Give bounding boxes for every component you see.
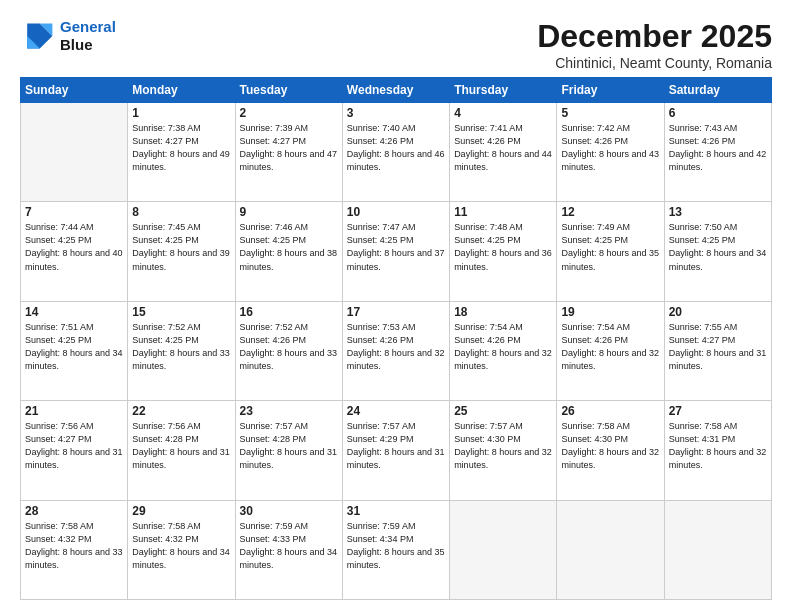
- day-number: 29: [132, 504, 230, 518]
- day-number: 13: [669, 205, 767, 219]
- header-row: SundayMondayTuesdayWednesdayThursdayFrid…: [21, 78, 772, 103]
- day-cell: [557, 500, 664, 599]
- header-cell-monday: Monday: [128, 78, 235, 103]
- subtitle: Chintinici, Neamt County, Romania: [537, 55, 772, 71]
- day-number: 21: [25, 404, 123, 418]
- day-info: Sunrise: 7:44 AM Sunset: 4:25 PM Dayligh…: [25, 221, 123, 273]
- day-number: 16: [240, 305, 338, 319]
- day-info: Sunrise: 7:57 AM Sunset: 4:30 PM Dayligh…: [454, 420, 552, 472]
- day-number: 6: [669, 106, 767, 120]
- day-cell: 11Sunrise: 7:48 AM Sunset: 4:25 PM Dayli…: [450, 202, 557, 301]
- week-row-3: 14Sunrise: 7:51 AM Sunset: 4:25 PM Dayli…: [21, 301, 772, 400]
- logo-line2: Blue: [60, 36, 116, 54]
- day-info: Sunrise: 7:42 AM Sunset: 4:26 PM Dayligh…: [561, 122, 659, 174]
- day-number: 4: [454, 106, 552, 120]
- day-number: 17: [347, 305, 445, 319]
- day-cell: 15Sunrise: 7:52 AM Sunset: 4:25 PM Dayli…: [128, 301, 235, 400]
- logo-line1: General: [60, 18, 116, 35]
- day-info: Sunrise: 7:54 AM Sunset: 4:26 PM Dayligh…: [454, 321, 552, 373]
- day-number: 26: [561, 404, 659, 418]
- day-cell: 27Sunrise: 7:58 AM Sunset: 4:31 PM Dayli…: [664, 401, 771, 500]
- day-number: 20: [669, 305, 767, 319]
- day-cell: 20Sunrise: 7:55 AM Sunset: 4:27 PM Dayli…: [664, 301, 771, 400]
- day-number: 14: [25, 305, 123, 319]
- day-number: 2: [240, 106, 338, 120]
- day-number: 19: [561, 305, 659, 319]
- day-info: Sunrise: 7:54 AM Sunset: 4:26 PM Dayligh…: [561, 321, 659, 373]
- day-number: 22: [132, 404, 230, 418]
- day-info: Sunrise: 7:53 AM Sunset: 4:26 PM Dayligh…: [347, 321, 445, 373]
- day-info: Sunrise: 7:52 AM Sunset: 4:26 PM Dayligh…: [240, 321, 338, 373]
- day-cell: 26Sunrise: 7:58 AM Sunset: 4:30 PM Dayli…: [557, 401, 664, 500]
- day-cell: 7Sunrise: 7:44 AM Sunset: 4:25 PM Daylig…: [21, 202, 128, 301]
- day-cell: 16Sunrise: 7:52 AM Sunset: 4:26 PM Dayli…: [235, 301, 342, 400]
- day-cell: 14Sunrise: 7:51 AM Sunset: 4:25 PM Dayli…: [21, 301, 128, 400]
- day-cell: 22Sunrise: 7:56 AM Sunset: 4:28 PM Dayli…: [128, 401, 235, 500]
- header-cell-sunday: Sunday: [21, 78, 128, 103]
- calendar-header: SundayMondayTuesdayWednesdayThursdayFrid…: [21, 78, 772, 103]
- day-info: Sunrise: 7:52 AM Sunset: 4:25 PM Dayligh…: [132, 321, 230, 373]
- header: General Blue December 2025 Chintinici, N…: [20, 18, 772, 71]
- day-cell: 30Sunrise: 7:59 AM Sunset: 4:33 PM Dayli…: [235, 500, 342, 599]
- day-cell: 4Sunrise: 7:41 AM Sunset: 4:26 PM Daylig…: [450, 103, 557, 202]
- day-cell: [450, 500, 557, 599]
- week-row-1: 1Sunrise: 7:38 AM Sunset: 4:27 PM Daylig…: [21, 103, 772, 202]
- calendar-body: 1Sunrise: 7:38 AM Sunset: 4:27 PM Daylig…: [21, 103, 772, 600]
- day-number: 9: [240, 205, 338, 219]
- day-info: Sunrise: 7:39 AM Sunset: 4:27 PM Dayligh…: [240, 122, 338, 174]
- day-cell: 1Sunrise: 7:38 AM Sunset: 4:27 PM Daylig…: [128, 103, 235, 202]
- calendar-table: SundayMondayTuesdayWednesdayThursdayFrid…: [20, 77, 772, 600]
- logo: General Blue: [20, 18, 116, 54]
- day-number: 7: [25, 205, 123, 219]
- day-number: 28: [25, 504, 123, 518]
- day-cell: 8Sunrise: 7:45 AM Sunset: 4:25 PM Daylig…: [128, 202, 235, 301]
- day-info: Sunrise: 7:40 AM Sunset: 4:26 PM Dayligh…: [347, 122, 445, 174]
- main-title: December 2025: [537, 18, 772, 55]
- day-number: 18: [454, 305, 552, 319]
- day-info: Sunrise: 7:49 AM Sunset: 4:25 PM Dayligh…: [561, 221, 659, 273]
- day-number: 31: [347, 504, 445, 518]
- day-info: Sunrise: 7:56 AM Sunset: 4:27 PM Dayligh…: [25, 420, 123, 472]
- day-info: Sunrise: 7:48 AM Sunset: 4:25 PM Dayligh…: [454, 221, 552, 273]
- day-info: Sunrise: 7:58 AM Sunset: 4:32 PM Dayligh…: [25, 520, 123, 572]
- day-info: Sunrise: 7:57 AM Sunset: 4:28 PM Dayligh…: [240, 420, 338, 472]
- day-cell: [21, 103, 128, 202]
- day-cell: [664, 500, 771, 599]
- day-cell: 29Sunrise: 7:58 AM Sunset: 4:32 PM Dayli…: [128, 500, 235, 599]
- day-number: 5: [561, 106, 659, 120]
- day-number: 12: [561, 205, 659, 219]
- day-info: Sunrise: 7:46 AM Sunset: 4:25 PM Dayligh…: [240, 221, 338, 273]
- day-cell: 9Sunrise: 7:46 AM Sunset: 4:25 PM Daylig…: [235, 202, 342, 301]
- page: General Blue December 2025 Chintinici, N…: [0, 0, 792, 612]
- day-cell: 12Sunrise: 7:49 AM Sunset: 4:25 PM Dayli…: [557, 202, 664, 301]
- day-cell: 28Sunrise: 7:58 AM Sunset: 4:32 PM Dayli…: [21, 500, 128, 599]
- day-info: Sunrise: 7:58 AM Sunset: 4:31 PM Dayligh…: [669, 420, 767, 472]
- day-info: Sunrise: 7:55 AM Sunset: 4:27 PM Dayligh…: [669, 321, 767, 373]
- day-number: 30: [240, 504, 338, 518]
- day-number: 25: [454, 404, 552, 418]
- day-cell: 2Sunrise: 7:39 AM Sunset: 4:27 PM Daylig…: [235, 103, 342, 202]
- logo-text: General Blue: [60, 18, 116, 54]
- day-cell: 24Sunrise: 7:57 AM Sunset: 4:29 PM Dayli…: [342, 401, 449, 500]
- day-info: Sunrise: 7:45 AM Sunset: 4:25 PM Dayligh…: [132, 221, 230, 273]
- day-number: 3: [347, 106, 445, 120]
- day-cell: 21Sunrise: 7:56 AM Sunset: 4:27 PM Dayli…: [21, 401, 128, 500]
- logo-icon: [20, 18, 56, 54]
- day-number: 23: [240, 404, 338, 418]
- day-cell: 31Sunrise: 7:59 AM Sunset: 4:34 PM Dayli…: [342, 500, 449, 599]
- day-info: Sunrise: 7:58 AM Sunset: 4:32 PM Dayligh…: [132, 520, 230, 572]
- day-number: 8: [132, 205, 230, 219]
- day-info: Sunrise: 7:38 AM Sunset: 4:27 PM Dayligh…: [132, 122, 230, 174]
- day-number: 10: [347, 205, 445, 219]
- day-info: Sunrise: 7:59 AM Sunset: 4:33 PM Dayligh…: [240, 520, 338, 572]
- day-info: Sunrise: 7:57 AM Sunset: 4:29 PM Dayligh…: [347, 420, 445, 472]
- header-cell-wednesday: Wednesday: [342, 78, 449, 103]
- day-info: Sunrise: 7:50 AM Sunset: 4:25 PM Dayligh…: [669, 221, 767, 273]
- day-cell: 6Sunrise: 7:43 AM Sunset: 4:26 PM Daylig…: [664, 103, 771, 202]
- header-cell-tuesday: Tuesday: [235, 78, 342, 103]
- day-info: Sunrise: 7:58 AM Sunset: 4:30 PM Dayligh…: [561, 420, 659, 472]
- day-number: 11: [454, 205, 552, 219]
- week-row-2: 7Sunrise: 7:44 AM Sunset: 4:25 PM Daylig…: [21, 202, 772, 301]
- day-number: 1: [132, 106, 230, 120]
- day-cell: 5Sunrise: 7:42 AM Sunset: 4:26 PM Daylig…: [557, 103, 664, 202]
